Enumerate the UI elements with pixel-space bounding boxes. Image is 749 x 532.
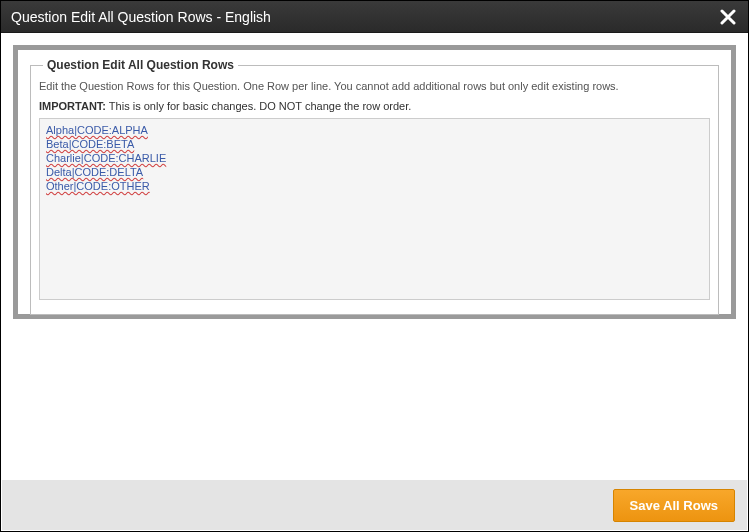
panel-legend: Question Edit All Question Rows: [43, 58, 238, 72]
panel-important-text: This is only for basic changes. DO NOT c…: [106, 100, 411, 112]
panel-important-label: IMPORTANT:: [39, 100, 106, 112]
panel-important: IMPORTANT: This is only for basic change…: [39, 100, 710, 112]
rows-textarea[interactable]: [39, 118, 710, 300]
save-all-rows-button[interactable]: Save All Rows: [613, 489, 735, 522]
panel-fieldset: Question Edit All Question Rows Edit the…: [30, 58, 719, 315]
dialog-title: Question Edit All Question Rows - Englis…: [11, 9, 271, 25]
titlebar: Question Edit All Question Rows - Englis…: [1, 1, 748, 33]
panel-description: Edit the Question Rows for this Question…: [39, 80, 710, 92]
panel-outer-border: Question Edit All Question Rows Edit the…: [13, 45, 736, 319]
dialog-footer: Save All Rows: [2, 480, 747, 530]
dialog-body: Question Edit All Question Rows Edit the…: [1, 33, 748, 479]
close-icon[interactable]: [718, 7, 738, 27]
